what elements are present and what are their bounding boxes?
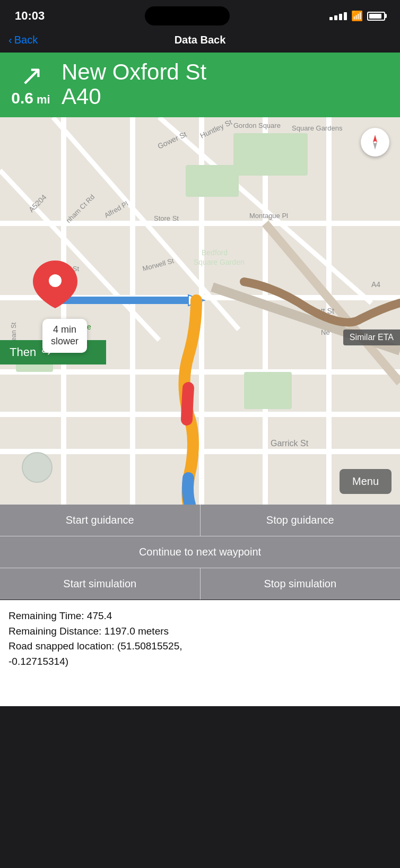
svg-marker-46	[373, 135, 377, 142]
svg-rect-17	[186, 165, 239, 197]
map-svg: Gower St Huntley St Gordon Square Square…	[0, 117, 400, 505]
then-label: Then	[10, 345, 36, 359]
info-section: Remaining Time: 475.4 Remaining Distance…	[0, 600, 400, 706]
nav-bar: ‹ Back Data Back	[0, 30, 400, 53]
svg-text:Bedford: Bedford	[202, 248, 228, 257]
controls-section: Start guidance Stop guidance Continue to…	[0, 505, 400, 600]
delay-line2: slower	[51, 336, 79, 348]
back-button[interactable]: ‹ Back	[8, 34, 38, 46]
notch	[145, 6, 230, 25]
back-label: Back	[14, 34, 38, 46]
svg-rect-18	[244, 372, 292, 409]
remaining-distance: Remaining Distance: 1197.0 meters	[8, 624, 392, 639]
svg-text:Montague Pl: Montague Pl	[249, 212, 288, 220]
svg-text:Store St: Store St	[154, 214, 179, 222]
signal-icon	[329, 12, 347, 20]
svg-marker-47	[373, 142, 377, 150]
continue-waypoint-button[interactable]: Continue to next waypoint	[0, 536, 400, 568]
status-icons: 📶	[329, 10, 385, 22]
nav-title: Data Back	[175, 34, 226, 46]
battery-icon	[367, 12, 385, 21]
distance-unit: mi	[37, 93, 50, 107]
svg-text:A4: A4	[371, 280, 380, 289]
svg-rect-16	[233, 133, 308, 176]
street-name: New Oxford St	[62, 60, 206, 84]
road-snapped: Road snapped location: (51.50815525,	[8, 639, 392, 654]
similar-eta-label: Similar ETA	[343, 329, 400, 345]
compass[interactable]	[361, 128, 389, 157]
delay-line1: 4 min	[51, 324, 79, 336]
direction-banner: ↗ 0.6 mi New Oxford St A40	[0, 53, 400, 117]
start-simulation-button[interactable]: Start simulation	[0, 568, 200, 600]
turn-arrow-icon: ↗	[20, 62, 44, 89]
back-chevron-icon: ‹	[8, 34, 12, 46]
waypoint-row: Continue to next waypoint	[0, 536, 400, 568]
stop-simulation-button[interactable]: Stop simulation	[201, 568, 401, 600]
delay-callout: 4 min slower	[42, 319, 87, 352]
coordinates: -0.12715314)	[8, 654, 392, 670]
svg-text:Square Garden: Square Garden	[194, 258, 245, 266]
distance-value: 0.6	[11, 89, 33, 107]
status-time: 10:03	[15, 9, 45, 23]
map-area[interactable]: Gower St Huntley St Gordon Square Square…	[0, 117, 400, 505]
svg-text:Ne: Ne	[321, 328, 330, 336]
status-bar: 10:03 📶	[0, 0, 400, 30]
wifi-icon: 📶	[351, 10, 363, 22]
menu-button[interactable]: Menu	[340, 469, 392, 494]
start-guidance-button[interactable]: Start guidance	[0, 505, 200, 536]
svg-point-20	[22, 453, 52, 482]
svg-text:Gordon Square: Gordon Square	[233, 121, 281, 129]
svg-text:Square Gardens: Square Gardens	[292, 124, 343, 132]
svg-text:Garrick St: Garrick St	[271, 439, 309, 448]
stop-guidance-button[interactable]: Stop guidance	[201, 505, 401, 536]
compass-icon	[366, 133, 385, 152]
remaining-time: Remaining Time: 475.4	[8, 609, 392, 624]
guidance-row: Start guidance Stop guidance	[0, 505, 400, 536]
simulation-row: Start simulation Stop simulation	[0, 568, 400, 600]
svg-point-45	[49, 274, 62, 287]
road-code: A40	[62, 84, 206, 109]
